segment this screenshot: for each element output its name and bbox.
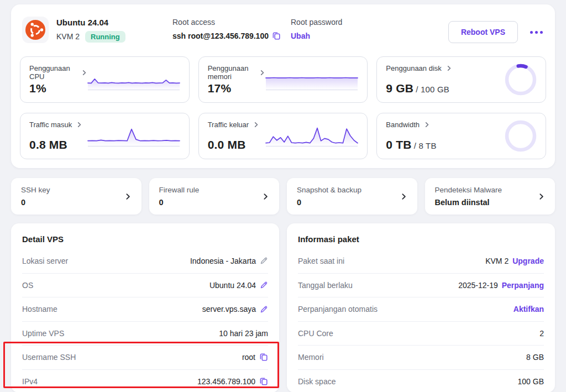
table-row: Perpanjangan otomatisAktifkan bbox=[298, 297, 544, 321]
row-action-link[interactable]: Aktifkan bbox=[513, 305, 544, 313]
table-row: Tanggal berlaku2025-12-19Perpanjang bbox=[298, 273, 544, 297]
row-label: Perpanjangan otomatis bbox=[298, 305, 378, 313]
metric-label: Traffic keluar bbox=[208, 121, 249, 129]
metric-card[interactable]: Penggunaan CPU 1% bbox=[20, 56, 190, 103]
root-access-value: ssh root@123.456.789.100 bbox=[172, 32, 269, 40]
table-row: Lokasi serverIndonesia - Jakarta bbox=[22, 249, 268, 273]
row-value: Indonesia - Jakarta bbox=[190, 257, 256, 265]
metric-suffix: / 100 GB bbox=[416, 85, 449, 94]
shortcut-card[interactable]: SSH key 0 bbox=[11, 178, 142, 215]
row-value: 100 GB bbox=[518, 377, 544, 386]
root-password-block: Root password Ubah bbox=[291, 17, 448, 40]
root-access-block: Root access ssh root@123.456.789.100 bbox=[172, 17, 291, 40]
metric-label: Traffic masuk bbox=[29, 121, 72, 129]
metric-value: 17% bbox=[208, 82, 232, 95]
root-password-label: Root password bbox=[291, 18, 448, 27]
metric-card[interactable]: Traffic masuk 0.8 MB bbox=[20, 113, 190, 159]
sparkline-chart bbox=[265, 67, 358, 92]
shortcut-card[interactable]: Pendeteksi Malware Belum diinstal bbox=[425, 178, 555, 215]
metric-value: 0 TB bbox=[386, 138, 411, 151]
row-value: 2025-12-19 bbox=[458, 281, 498, 290]
metric-value: 0.0 MB bbox=[208, 138, 246, 151]
row-label: CPU Core bbox=[298, 329, 333, 338]
row-label: IPv4 bbox=[22, 377, 38, 386]
copy-icon[interactable] bbox=[259, 377, 268, 386]
donut-chart bbox=[505, 120, 537, 152]
shortcut-label: Pendeteksi Malware bbox=[435, 186, 502, 194]
shortcut-value: Belum diinstal bbox=[435, 198, 502, 207]
bottom-cards-row: Detail VPS Lokasi serverIndonesia - Jaka… bbox=[11, 223, 555, 392]
row-label: Username SSH bbox=[22, 353, 76, 362]
table-row: IPv4123.456.789.100 bbox=[22, 369, 268, 392]
shortcuts-row: SSH key 0Firewall rule 0Snapshot & backu… bbox=[11, 178, 555, 215]
metric-label: Penggunaan memori bbox=[208, 64, 255, 81]
metric-card[interactable]: Penggunaan memori 17% bbox=[198, 56, 368, 103]
table-row: OSUbuntu 24.04 bbox=[22, 273, 268, 297]
package-info-rows: Paket saat iniKVM 2UpgradeTanggal berlak… bbox=[298, 249, 544, 392]
table-row: Hostnameserver.vps.saya bbox=[22, 297, 268, 321]
metrics-grid: Penggunaan CPU 1% Penggunaan memori 17% … bbox=[20, 56, 546, 159]
sparkline-chart bbox=[87, 67, 180, 92]
row-label: OS bbox=[22, 281, 33, 290]
metric-label: Penggunaan CPU bbox=[29, 64, 77, 81]
row-action-link[interactable]: Upgrade bbox=[512, 257, 544, 265]
shortcut-value: 0 bbox=[159, 198, 200, 207]
shortcut-value: 0 bbox=[21, 198, 50, 207]
vps-os-title: Ubuntu 24.04 bbox=[56, 18, 125, 27]
row-action-link[interactable]: Perpanjang bbox=[502, 281, 544, 290]
header-actions: Reboot VPS bbox=[448, 17, 544, 43]
status-badge: Running bbox=[85, 31, 125, 43]
ubuntu-logo-icon bbox=[22, 17, 49, 43]
row-value: Ubuntu 24.04 bbox=[209, 281, 256, 290]
row-value: 10 hari 23 jam bbox=[219, 329, 268, 338]
row-value: 2 bbox=[539, 329, 544, 338]
vps-identity: Ubuntu 24.04 KVM 2 Running bbox=[22, 17, 172, 43]
donut-chart bbox=[505, 64, 537, 96]
shortcut-label: Firewall rule bbox=[159, 186, 200, 194]
row-value: server.vps.saya bbox=[202, 305, 256, 313]
shortcut-card[interactable]: Snapshot & backup 0 bbox=[287, 178, 417, 215]
row-label: Lokasi server bbox=[22, 257, 68, 265]
metric-card[interactable]: Traffic keluar 0.0 MB bbox=[198, 113, 368, 159]
metric-card[interactable]: Bandwidth 0 TB/ 8 TB bbox=[376, 113, 546, 159]
edit-icon[interactable] bbox=[260, 305, 268, 313]
edit-icon[interactable] bbox=[260, 281, 268, 289]
change-password-link[interactable]: Ubah bbox=[291, 32, 310, 40]
root-access-label: Root access bbox=[172, 18, 291, 27]
metric-value: 9 GB bbox=[386, 82, 413, 95]
copy-icon[interactable] bbox=[272, 32, 281, 40]
vps-plan-label: KVM 2 bbox=[56, 32, 80, 41]
reboot-vps-button[interactable]: Reboot VPS bbox=[448, 21, 518, 43]
row-label: Memori bbox=[298, 353, 324, 362]
row-value: root bbox=[242, 353, 255, 362]
package-info-title: Informasi paket bbox=[298, 233, 544, 249]
row-label: Hostname bbox=[22, 305, 57, 313]
metric-suffix: / 8 TB bbox=[414, 141, 437, 150]
detail-vps-title: Detail VPS bbox=[22, 233, 268, 249]
package-info-card: Informasi paket Paket saat iniKVM 2Upgra… bbox=[287, 223, 555, 392]
copy-icon[interactable] bbox=[259, 353, 268, 362]
row-value: 123.456.789.100 bbox=[197, 377, 255, 386]
detail-vps-rows: Lokasi serverIndonesia - JakartaOSUbuntu… bbox=[22, 249, 268, 392]
metric-label: Penggunaan disk bbox=[386, 64, 441, 72]
table-row: Uptime VPS10 hari 23 jam bbox=[22, 321, 268, 346]
table-row: Memori8 GB bbox=[298, 345, 544, 369]
vps-summary-card: Ubuntu 24.04 KVM 2 Running Root access s… bbox=[11, 4, 555, 168]
table-row: CPU Core2 bbox=[298, 321, 544, 346]
metric-label: Bandwidth bbox=[386, 121, 420, 129]
more-options-icon[interactable] bbox=[529, 28, 544, 37]
edit-icon[interactable] bbox=[260, 257, 268, 265]
metric-card[interactable]: Penggunaan disk 9 GB/ 100 GB bbox=[376, 56, 546, 103]
table-row: Paket saat iniKVM 2Upgrade bbox=[298, 249, 544, 273]
row-label: Disk space bbox=[298, 377, 336, 386]
vps-overview-page: Ubuntu 24.04 KVM 2 Running Root access s… bbox=[0, 0, 566, 392]
row-value: 8 GB bbox=[526, 353, 544, 362]
detail-vps-card: Detail VPS Lokasi serverIndonesia - Jaka… bbox=[11, 223, 279, 392]
shortcut-label: Snapshot & backup bbox=[297, 186, 361, 194]
sparkline-chart bbox=[265, 124, 358, 148]
metric-value: 1% bbox=[29, 82, 46, 95]
shortcut-card[interactable]: Firewall rule 0 bbox=[149, 178, 280, 215]
vps-header-row: Ubuntu 24.04 KVM 2 Running Root access s… bbox=[20, 13, 546, 50]
row-label: Uptime VPS bbox=[22, 329, 64, 338]
sparkline-chart bbox=[87, 124, 180, 148]
